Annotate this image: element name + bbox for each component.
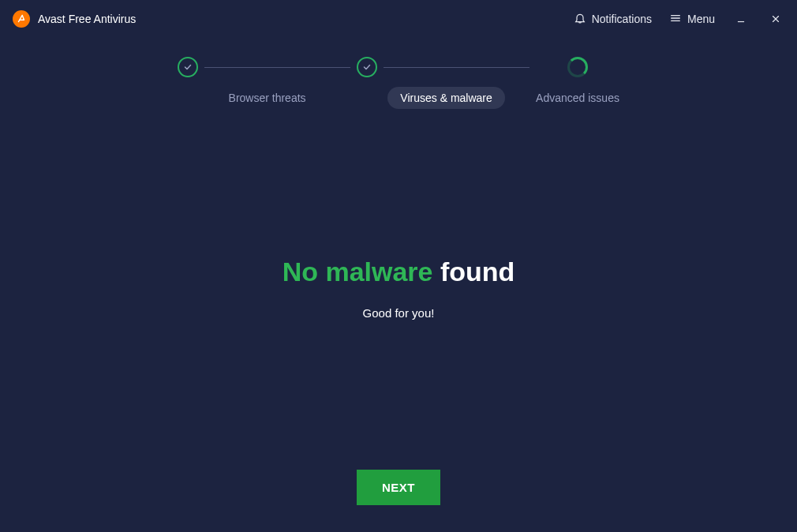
scan-result: No malware found Good for you! [0,257,797,320]
titlebar-left: Avast Free Antivirus [13,10,136,28]
titlebar-right: Notifications Menu [574,10,784,28]
spinner-icon [567,57,588,77]
notifications-label: Notifications [592,13,652,25]
step-advanced-issues: Advanced issues [536,57,619,104]
checkmark-icon [357,57,377,77]
step-label: Advanced issues [536,92,619,104]
progress-stepper: Browser threats Viruses & malware Advanc… [0,57,797,109]
next-button[interactable]: NEXT [357,470,440,505]
menu-button[interactable]: Menu [669,12,715,27]
app-title: Avast Free Antivirus [38,13,136,25]
step-label: Browser threats [229,92,306,104]
step-browser-threats: Browser threats [178,57,357,104]
hamburger-icon [669,12,682,27]
avast-logo-icon [13,10,30,28]
notifications-button[interactable]: Notifications [574,12,652,27]
bell-icon [574,12,586,27]
result-subhead: Good for you! [363,306,435,320]
result-headline-highlight: No malware [283,257,433,287]
minimize-button[interactable] [732,10,750,28]
step-label: Viruses & malware [387,87,504,109]
step-connector [384,67,529,68]
titlebar: Avast Free Antivirus Notifications Menu [0,0,797,38]
close-button[interactable] [767,10,784,28]
menu-label: Menu [687,13,715,25]
result-headline: No malware found [283,257,515,287]
result-headline-rest: found [433,257,515,287]
step-viruses-malware: Viruses & malware [357,57,536,109]
step-connector [204,67,350,68]
checkmark-icon [178,57,198,77]
